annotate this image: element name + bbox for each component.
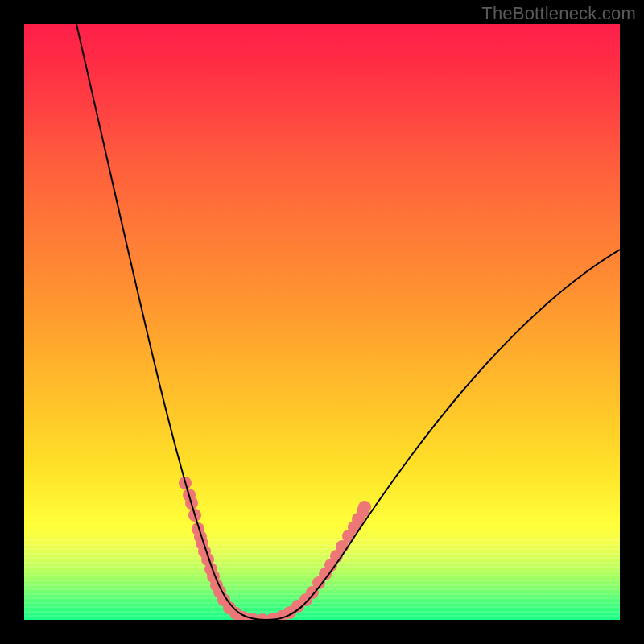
overlay-dot [358, 501, 371, 514]
chart-frame: TheBottleneck.com [0, 0, 644, 644]
overlay-dot-series [179, 477, 371, 620]
watermark-text: TheBottleneck.com [481, 3, 636, 24]
chart-svg-layer [24, 24, 620, 620]
